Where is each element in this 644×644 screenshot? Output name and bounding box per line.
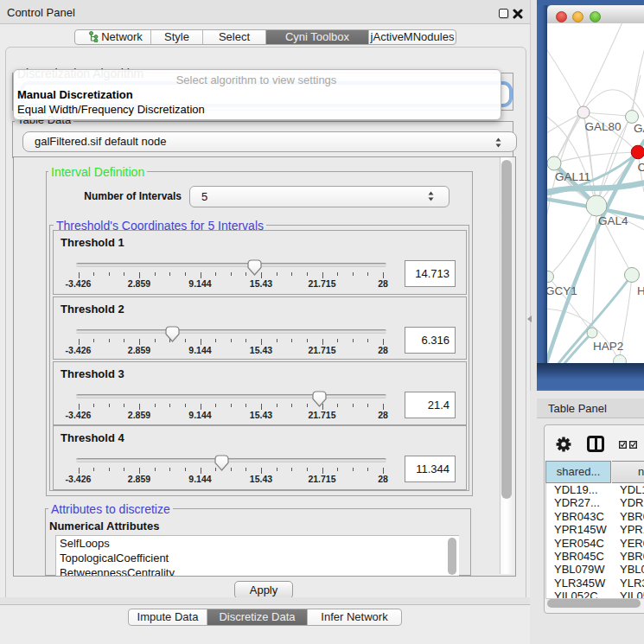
svg-text:HAP2: HAP2 <box>593 340 623 353</box>
svg-text:GAL11: GAL11 <box>555 170 590 183</box>
svg-text:C: C <box>638 161 644 174</box>
svg-text:GCY1: GCY1 <box>547 284 577 297</box>
svg-text:H: H <box>637 284 644 297</box>
svg-text:GAL80: GAL80 <box>585 120 622 133</box>
svg-text:GAL4: GAL4 <box>598 214 628 227</box>
svg-text:GA: GA <box>634 122 644 135</box>
